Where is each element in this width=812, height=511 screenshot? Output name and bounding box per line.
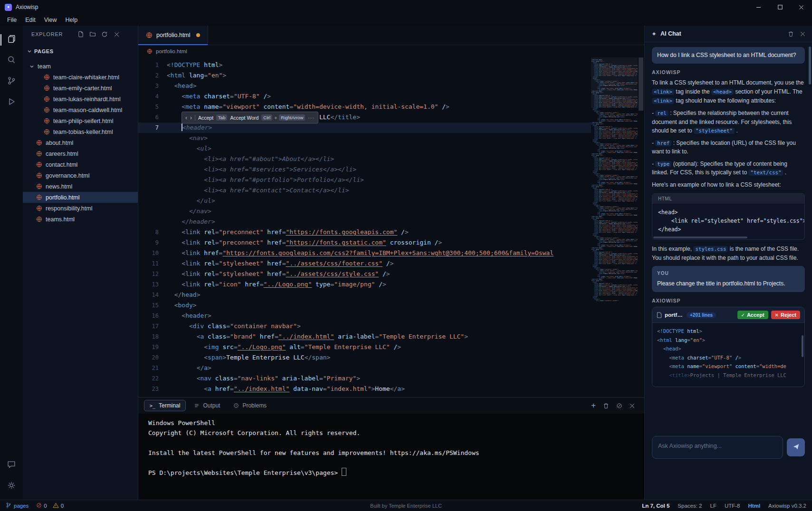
tree-file-contact[interactable]: contact.html xyxy=(23,159,138,170)
tree-file-careers[interactable]: careers.html xyxy=(23,148,138,159)
status-axiowisp-v0-3-2[interactable]: Axiowisp v0.3.2 xyxy=(768,503,806,509)
code-line[interactable]: 13 <link rel="icon" href="../Logo.png" t… xyxy=(138,279,591,290)
tree-file-team-emily-carter[interactable]: team-emily-carter.html xyxy=(23,83,138,94)
chat-scrollbar[interactable] xyxy=(809,47,811,85)
panel-tab-output[interactable]: Output xyxy=(189,400,225,411)
activity-explorer[interactable] xyxy=(0,30,22,49)
code-line[interactable]: 3 <head> xyxy=(138,81,591,91)
activity-source-control[interactable] xyxy=(0,72,22,91)
tree-file-responsibility[interactable]: responsibility.html xyxy=(23,203,138,214)
code-line[interactable]: <nav> xyxy=(138,133,591,143)
scrollbar-thumb[interactable] xyxy=(639,57,643,111)
code-line[interactable]: <ul> xyxy=(138,143,591,154)
code-line[interactable]: <li><a href="#about">About</a></li> xyxy=(138,154,591,164)
collapse-explorer-icon[interactable] xyxy=(113,31,120,38)
new-file-icon[interactable] xyxy=(77,31,84,38)
code-line[interactable]: 17 <div class="container navbar"> xyxy=(138,321,591,331)
breadcrumb[interactable]: portfolio.html xyxy=(138,45,644,57)
menu-file[interactable]: File xyxy=(3,17,21,23)
code-line[interactable]: 2<html lang="en"> xyxy=(138,70,591,81)
terminal-output[interactable]: Windows PowerShellCopyright (C) Microsof… xyxy=(138,414,644,500)
code-line[interactable]: 7 <header> xyxy=(138,123,591,133)
code-line[interactable]: 1<!DOCTYPE html> xyxy=(138,60,591,70)
tree-file-portfolio[interactable]: portfolio.html xyxy=(23,192,138,203)
code-line[interactable]: 4 <meta charset="UTF-8" /> xyxy=(138,91,591,102)
code-line[interactable]: <li><a href="#portfolio">Portfolio</a></… xyxy=(138,175,591,185)
activity-settings[interactable] xyxy=(0,477,22,496)
code-line[interactable]: 8 <link rel="preconnect" href="https://f… xyxy=(138,227,591,237)
tree-file-news[interactable]: news.html xyxy=(23,181,138,192)
ban-icon[interactable] xyxy=(616,403,622,409)
maximize-button[interactable] xyxy=(769,0,791,14)
minimap-viewport[interactable] xyxy=(591,57,638,108)
tree-file-team-lukas-reinhardt[interactable]: team-lukas-reinhardt.html xyxy=(23,94,138,104)
next-suggestion-icon[interactable]: › xyxy=(190,114,192,121)
tree-file-about[interactable]: about.html xyxy=(23,137,138,148)
panel-tab-problems[interactable]: Problems xyxy=(228,400,272,411)
code-line[interactable]: 16 <header> xyxy=(138,311,591,321)
tree-file-team-philip-seifert[interactable]: team-philip-seifert.html xyxy=(23,115,138,126)
code-line[interactable]: 5 <meta name="viewport" content="width=d… xyxy=(138,102,591,112)
activity-run[interactable] xyxy=(0,93,22,112)
status-html[interactable]: Html xyxy=(748,503,761,509)
reject-button[interactable]: ✕Reject xyxy=(771,311,800,319)
code-line[interactable]: 23 <a href="../index.html" data-nav="ind… xyxy=(138,384,591,394)
code-line[interactable]: 14 </head> xyxy=(138,290,591,300)
close-button[interactable] xyxy=(791,0,812,14)
code-line[interactable]: 10 <link href="https://fonts.googleapis.… xyxy=(138,248,591,258)
status-lf[interactable]: LF xyxy=(710,503,716,509)
tree-file-team-claire-whitaker[interactable]: team-claire-whitaker.html xyxy=(23,72,138,83)
code-line[interactable]: 9 <link rel="preconnect" href="https://f… xyxy=(138,237,591,248)
tree-file-governance[interactable]: governance.html xyxy=(23,170,138,181)
close-panel-icon[interactable] xyxy=(630,403,635,408)
code-editor[interactable]: 1<!DOCTYPE html>2<html lang="en">3 <head… xyxy=(138,57,644,397)
code-line[interactable]: <li><a href="#contact">Contact</a></li> xyxy=(138,185,591,196)
code-line[interactable]: 18 <a class="brand" href="../index.html"… xyxy=(138,331,591,342)
tree-file-team-tobias-keller[interactable]: team-tobias-keller.html xyxy=(23,126,138,137)
code-line[interactable]: </ul> xyxy=(138,196,591,206)
code-line[interactable]: 15 <body> xyxy=(138,300,591,311)
code-line[interactable]: 22 <nav class="nav-links" aria-label="Pr… xyxy=(138,373,591,384)
menu-view[interactable]: View xyxy=(40,17,61,23)
tree-file-teams[interactable]: teams.html xyxy=(23,214,138,225)
code-line[interactable]: 11 <link rel="stylesheet" href="../asset… xyxy=(138,258,591,269)
activity-chat[interactable] xyxy=(0,456,22,475)
modified-dot-icon[interactable] xyxy=(196,33,200,37)
chat-input[interactable] xyxy=(652,436,783,459)
code-line[interactable]: 12 <link rel="stylesheet" href="../asset… xyxy=(138,269,591,279)
code-line[interactable]: </nav> xyxy=(138,206,591,217)
tab-portfolio-html[interactable]: portfolio.html xyxy=(138,26,208,45)
tree-folder-team[interactable]: team xyxy=(23,61,138,72)
problems-indicator[interactable]: 0 0 xyxy=(36,502,64,509)
status-ln-7-col-5[interactable]: Ln 7, Col 5 xyxy=(642,503,669,509)
tree-file-team-mason-caldwell[interactable]: team-mason-caldwell.html xyxy=(23,104,138,115)
more-actions-icon[interactable]: ··· xyxy=(308,115,315,121)
accept-button[interactable]: ✓Accept xyxy=(737,311,768,319)
accept-suggestion-button[interactable]: Accept xyxy=(198,115,213,121)
section-pages[interactable]: PAGES xyxy=(23,46,138,57)
code-line[interactable]: 21 </a> xyxy=(138,363,591,373)
trash-icon[interactable] xyxy=(603,403,609,409)
diff-scrollbar[interactable] xyxy=(802,335,803,357)
send-button[interactable] xyxy=(787,438,805,456)
menu-help[interactable]: Help xyxy=(61,17,82,23)
close-chat-icon[interactable] xyxy=(800,31,805,37)
accept-word-button[interactable]: Accept Word xyxy=(230,115,258,121)
prev-suggestion-icon[interactable]: ‹ xyxy=(185,114,187,121)
code-line[interactable]: 19 <img src="../Logo.png" alt="Temple En… xyxy=(138,342,591,352)
git-branch-indicator[interactable]: pages xyxy=(6,502,29,509)
new-folder-icon[interactable] xyxy=(89,31,96,38)
minimap[interactable]: <!DOCTYPE html><html lang="en"> <head> <… xyxy=(591,57,638,397)
minimize-button[interactable] xyxy=(748,0,769,14)
status-spaces-2[interactable]: Spaces: 2 xyxy=(678,503,702,509)
clear-chat-icon[interactable] xyxy=(788,31,794,37)
code-block-hscrollbar[interactable] xyxy=(653,237,747,238)
chat-messages[interactable]: How do I link a CSS stylesheet to an HTM… xyxy=(645,42,812,431)
panel-tab-terminal[interactable]: >_Terminal xyxy=(144,400,186,411)
code-line[interactable]: </header> xyxy=(138,217,591,227)
breadcrumb-item[interactable]: portfolio.html xyxy=(156,48,187,54)
editor-scrollbar[interactable] xyxy=(638,57,644,397)
activity-search[interactable] xyxy=(0,51,22,70)
refresh-icon[interactable] xyxy=(101,31,108,38)
menu-edit[interactable]: Edit xyxy=(21,17,40,23)
